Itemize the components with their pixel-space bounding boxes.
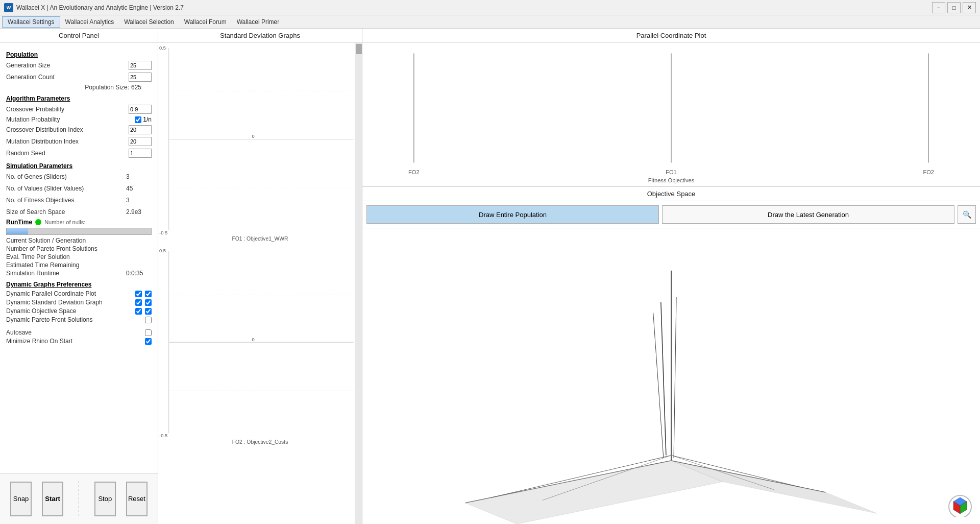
control-panel-title: Control Panel xyxy=(0,29,158,43)
num-fitness-label: No. of Fitness Objectives xyxy=(6,197,126,204)
mutation-prob-checkbox[interactable] xyxy=(135,116,141,123)
random-seed-input[interactable] xyxy=(129,149,152,158)
dynamic-parallel-checks xyxy=(135,291,152,297)
generation-size-label: Generation Size xyxy=(6,62,129,69)
population-size-row: Population Size: 625 xyxy=(6,84,152,91)
search-space-value: 2.9e3 xyxy=(126,208,152,216)
generation-count-row: Generation Count xyxy=(6,72,152,82)
objective-chart-svg xyxy=(362,228,980,524)
std-dev-svg: 0.5 -0.5 0 FO1 : Objective1_WWR 0.5 -0.5… xyxy=(158,43,362,524)
simulation-runtime-row: Simulation Runtime 0:0:35 xyxy=(6,270,152,277)
svg-text:FO1 : Objective1_WWR: FO1 : Objective1_WWR xyxy=(232,236,288,242)
runtime-section: RunTime Number of nulls: xyxy=(6,219,152,226)
snap-button[interactable]: Snap xyxy=(10,482,32,516)
svg-text:FO2: FO2 xyxy=(923,169,934,175)
menu-item-wallacei-analytics[interactable]: Wallacei Analytics xyxy=(60,16,119,28)
dynamic-objective-checkbox2[interactable] xyxy=(145,308,152,315)
svg-marker-27 xyxy=(671,461,877,513)
mutation-prob-text: 1/n xyxy=(143,116,152,123)
svg-marker-26 xyxy=(465,461,723,524)
num-values-value: 45 xyxy=(126,185,152,192)
runtime-label: RunTime xyxy=(6,219,32,226)
search-space-row: Size of Search Space 2.9e3 xyxy=(6,207,152,217)
svg-text:0.5: 0.5 xyxy=(159,248,166,253)
dynamic-stddev-checkbox2[interactable] xyxy=(145,299,152,306)
svg-text:Fitness Objectives: Fitness Objectives xyxy=(648,177,695,183)
generation-size-input[interactable] xyxy=(129,61,152,70)
objective-buttons: Draw Entire Population Draw the Latest G… xyxy=(362,201,980,228)
dynamic-stddev-row: Dynamic Standard Deviation Graph xyxy=(6,299,152,306)
algorithm-params-label: Algorithm Parameters xyxy=(6,95,152,102)
progress-bar-fill xyxy=(7,228,28,234)
title-bar-left: W Wallacei X | An Evolutionary and Analy… xyxy=(4,3,184,12)
close-button[interactable]: ✕ xyxy=(963,2,976,13)
num-genes-label: No. of Genes (Sliders) xyxy=(6,173,126,180)
eval-time-label: Eval. Time Per Solution xyxy=(6,253,152,260)
mutation-dist-input[interactable] xyxy=(129,137,152,146)
dynamic-pareto-checkbox1[interactable] xyxy=(145,317,152,323)
minimize-button[interactable]: − xyxy=(932,2,945,13)
std-dev-scrollbar[interactable] xyxy=(355,43,362,524)
maximize-button[interactable]: □ xyxy=(947,2,961,13)
dynamic-stddev-label: Dynamic Standard Deviation Graph xyxy=(6,299,135,306)
dynamic-pareto-label: Dynamic Pareto Front Solutions xyxy=(6,316,145,323)
draw-entire-population-button[interactable]: Draw Entire Population xyxy=(366,205,659,224)
sep1: | xyxy=(47,4,48,11)
start-button[interactable]: Start xyxy=(42,482,63,516)
stop-button[interactable]: Stop xyxy=(94,482,116,516)
population-size-label: Population Size: xyxy=(85,84,129,91)
dynamic-parallel-checkbox2[interactable] xyxy=(145,291,152,297)
mutation-dist-label: Mutation Distribution Index xyxy=(6,138,129,145)
current-solution-row: Current Solution / Generation xyxy=(6,237,152,244)
cube-icon xyxy=(947,491,973,517)
control-panel: Control Panel Population Generation Size… xyxy=(0,29,158,524)
right-panel: Parallel Coordinate Plot FO2 FO1 FO2 Fit… xyxy=(362,29,980,524)
std-dev-graph-content: 0.5 -0.5 0 FO1 : Objective1_WWR 0.5 -0.5… xyxy=(158,43,362,524)
objective-space-panel: Objective Space Draw Entire Population D… xyxy=(362,187,980,524)
dynamic-parallel-check1 xyxy=(135,291,142,297)
eval-time-row: Eval. Time Per Solution xyxy=(6,253,152,260)
simulation-runtime-value: 0:0:35 xyxy=(126,270,152,277)
generation-count-label: Generation Count xyxy=(6,74,129,81)
minimize-rhino-label: Minimize Rhino On Start xyxy=(6,338,145,345)
crossover-prob-input[interactable] xyxy=(129,105,152,114)
menu-item-wallacei-forum[interactable]: Wallacei Forum xyxy=(179,16,232,28)
objective-space-title: Objective Space xyxy=(362,187,980,201)
draw-latest-generation-button[interactable]: Draw the Latest Generation xyxy=(662,205,954,224)
dynamic-parallel-check2 xyxy=(145,291,152,297)
minimize-rhino-checkbox[interactable] xyxy=(145,338,152,345)
title-bar: W Wallacei X | An Evolutionary and Analy… xyxy=(0,0,980,15)
parallel-coord-title: Parallel Coordinate Plot xyxy=(362,29,980,43)
dynamic-graphs-label: Dynamic Graphs Preferences xyxy=(6,281,152,288)
control-panel-body: Population Generation Size Generation Co… xyxy=(0,43,158,473)
std-dev-panel: Standard Deviation Graphs 0.5 -0.5 0 FO1… xyxy=(158,29,362,524)
mutation-dist-row: Mutation Distribution Index xyxy=(6,136,152,147)
dynamic-objective-row: Dynamic Objective Space xyxy=(6,307,152,315)
parallel-coord-svg: FO2 FO1 FO2 Fitness Objectives xyxy=(362,43,980,188)
menu-item-wallacei-settings[interactable]: Wallacei Settings xyxy=(2,16,60,28)
svg-text:0: 0 xyxy=(252,337,254,342)
search-button[interactable]: 🔍 xyxy=(958,205,976,224)
sep2: | xyxy=(150,4,152,11)
autosave-checkbox[interactable] xyxy=(145,329,152,336)
generation-count-input[interactable] xyxy=(129,73,152,82)
dynamic-parallel-checkbox1[interactable] xyxy=(135,291,142,297)
svg-text:FO2 : Objective2_Costs: FO2 : Objective2_Costs xyxy=(232,439,288,445)
dynamic-pareto-checks xyxy=(145,317,152,323)
population-size-value: 625 xyxy=(131,84,152,91)
std-dev-scrollbar-thumb xyxy=(356,44,362,54)
crossover-prob-label: Crossover Probability xyxy=(6,106,129,113)
reset-button[interactable]: Reset xyxy=(126,482,148,516)
menu-item-wallacei-primer[interactable]: Wallacei Primer xyxy=(232,16,285,28)
main-layout: Control Panel Population Generation Size… xyxy=(0,29,980,524)
menu-item-wallacei-selection[interactable]: Wallacei Selection xyxy=(119,16,179,28)
dynamic-pareto-row: Dynamic Pareto Front Solutions xyxy=(6,316,152,323)
dynamic-objective-checkbox1[interactable] xyxy=(135,308,142,315)
svg-text:0.5: 0.5 xyxy=(159,45,166,51)
crossover-dist-input[interactable] xyxy=(129,125,152,134)
std-dev-graph-area: 0.5 -0.5 0 FO1 : Objective1_WWR 0.5 -0.5… xyxy=(158,43,362,524)
num-genes-row: No. of Genes (Sliders) 3 xyxy=(6,172,152,182)
dynamic-parallel-label: Dynamic Parallel Coordinate Plot xyxy=(6,290,135,297)
estimated-time-label: Estimated Time Remaining xyxy=(6,261,152,269)
dynamic-stddev-checkbox1[interactable] xyxy=(135,299,142,306)
